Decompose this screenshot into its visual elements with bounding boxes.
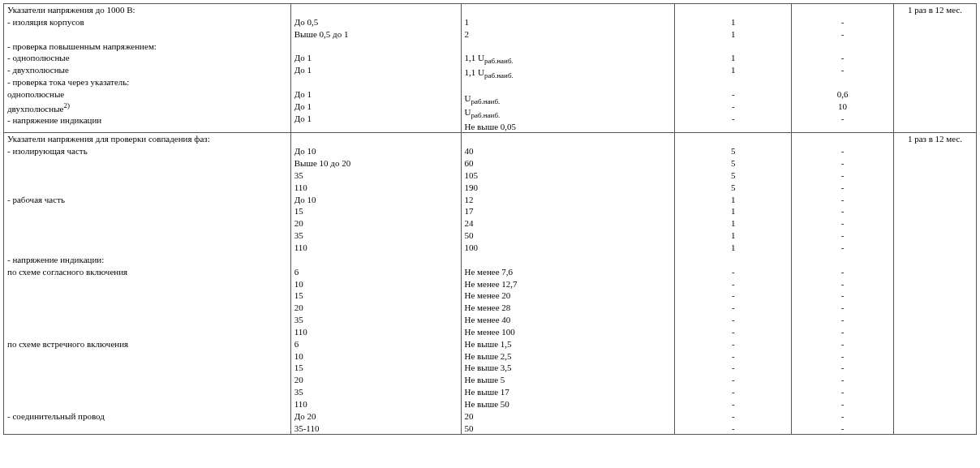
text: Uраб.наиб. bbox=[465, 92, 672, 106]
text: - напряжение индикации: bbox=[7, 254, 287, 266]
text: 24 bbox=[465, 217, 672, 230]
text: 5 bbox=[678, 170, 788, 182]
text: До 1 bbox=[294, 64, 458, 76]
text: - соединительный провод bbox=[7, 410, 287, 423]
text: До 1 bbox=[294, 52, 458, 64]
text: - изолирующая часть bbox=[7, 145, 287, 157]
cell-current: - - - - 0,6 10 - bbox=[792, 4, 894, 133]
text: 1 bbox=[678, 230, 788, 242]
text: Не выше 1,5 bbox=[465, 338, 672, 350]
text: 1 bbox=[678, 205, 788, 217]
subscript: раб.наиб. bbox=[484, 71, 514, 79]
text bbox=[678, 41, 788, 53]
text bbox=[795, 41, 890, 53]
text: 17 bbox=[465, 205, 672, 217]
text: Не выше 17 bbox=[465, 386, 672, 398]
text: 1 bbox=[678, 242, 788, 254]
text: по схеме встречного включения bbox=[7, 338, 287, 350]
text: 50 bbox=[465, 423, 672, 435]
text: - двухполюсные bbox=[7, 64, 287, 76]
text bbox=[7, 314, 287, 326]
text: 35 bbox=[294, 170, 458, 182]
text bbox=[7, 398, 287, 410]
text: - bbox=[795, 290, 890, 302]
text bbox=[7, 302, 287, 314]
text: - bbox=[795, 217, 890, 230]
text: - bbox=[795, 423, 890, 435]
text: 20 bbox=[294, 302, 458, 314]
standards-table: Указатели напряжения до 1000 В: - изоляц… bbox=[3, 3, 977, 435]
text: До 1 bbox=[294, 101, 458, 113]
text: До 1 bbox=[294, 88, 458, 101]
table-row: Указатели напряжения до 1000 В: - изоляц… bbox=[4, 4, 977, 133]
text: 1,1 Uраб.наиб. bbox=[465, 52, 672, 66]
text: 1 bbox=[678, 28, 788, 41]
text: 1,1 U bbox=[465, 53, 484, 62]
text bbox=[795, 76, 890, 88]
text: - bbox=[795, 398, 890, 410]
text: 1 bbox=[465, 16, 672, 28]
text: Не менее 100 bbox=[465, 326, 672, 338]
text: 10 bbox=[294, 278, 458, 290]
text: - bbox=[678, 113, 788, 125]
text: - bbox=[795, 16, 890, 28]
text: - bbox=[795, 157, 890, 170]
text: - bbox=[795, 374, 890, 386]
text bbox=[7, 28, 287, 41]
text bbox=[795, 254, 890, 266]
text bbox=[465, 4, 672, 16]
text: 35-110 bbox=[294, 423, 458, 435]
text: 105 bbox=[465, 170, 672, 182]
text: 35 bbox=[294, 386, 458, 398]
text bbox=[7, 217, 287, 230]
text: Не менее 40 bbox=[465, 314, 672, 326]
text: - bbox=[678, 266, 788, 278]
text: 1 bbox=[678, 217, 788, 230]
text: 1,1 U bbox=[465, 67, 484, 77]
subscript: раб.наиб. bbox=[471, 97, 500, 105]
text: - bbox=[678, 314, 788, 326]
text: - напряжение индикации bbox=[7, 114, 287, 127]
text: - проверка повышенным напряжением: bbox=[7, 41, 287, 53]
text: 1 bbox=[678, 194, 788, 206]
text bbox=[7, 374, 287, 386]
text bbox=[7, 326, 287, 338]
text: Не выше 5 bbox=[465, 374, 672, 386]
text bbox=[7, 230, 287, 242]
text: 1 bbox=[678, 16, 788, 28]
text: 5 bbox=[678, 182, 788, 194]
superscript: 2) bbox=[63, 101, 70, 109]
text: 1 bbox=[678, 64, 788, 76]
text: 1 bbox=[678, 52, 788, 64]
text: - bbox=[795, 52, 890, 64]
text: - bbox=[795, 64, 890, 76]
text: - bbox=[678, 398, 788, 410]
text: До 10 bbox=[294, 145, 458, 157]
text: - bbox=[795, 338, 890, 350]
text: Uраб.наиб. bbox=[465, 106, 672, 120]
cell-value: 1 2 1,1 Uраб.наиб. 1,1 Uраб.наиб. Uраб.н… bbox=[461, 4, 675, 133]
text: 0,6 bbox=[795, 88, 890, 101]
text bbox=[294, 41, 458, 53]
text: - bbox=[795, 205, 890, 217]
text: - bbox=[795, 28, 890, 41]
text bbox=[7, 157, 287, 170]
text: 110 bbox=[294, 182, 458, 194]
cell-value: 40 60 105 190 12 17 24 50 100 Не менее 7… bbox=[461, 133, 675, 435]
text: - bbox=[795, 350, 890, 363]
text bbox=[465, 41, 672, 53]
text bbox=[678, 133, 788, 145]
text: 6 bbox=[294, 266, 458, 278]
cell-duration: 5 5 5 5 1 1 1 1 1 - - - - - - - - - - - … bbox=[675, 133, 792, 435]
text: 20 bbox=[465, 410, 672, 423]
text: - bbox=[678, 290, 788, 302]
cell-range: До 0,5 Выше 0,5 до 1 До 1 До 1 До 1 До 1… bbox=[290, 4, 461, 133]
text bbox=[294, 133, 458, 145]
text bbox=[465, 133, 672, 145]
text: 110 bbox=[294, 242, 458, 254]
text: 15 bbox=[294, 205, 458, 217]
text: двухполюсные bbox=[7, 103, 63, 113]
text bbox=[7, 170, 287, 182]
text: - bbox=[795, 326, 890, 338]
text bbox=[678, 4, 788, 16]
